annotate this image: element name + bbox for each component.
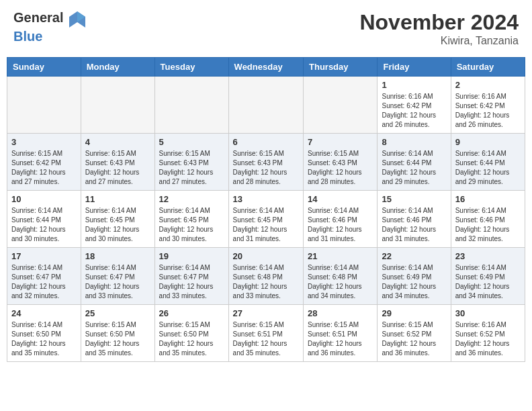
- calendar-day: 2Sunrise: 6:16 AM Sunset: 6:42 PM Daylig…: [451, 77, 525, 134]
- logo-general: General: [13, 10, 63, 25]
- calendar-day: 20Sunrise: 6:14 AM Sunset: 6:48 PM Dayli…: [228, 248, 303, 305]
- day-info: Sunrise: 6:14 AM Sunset: 6:46 PM Dayligh…: [308, 206, 373, 244]
- calendar-day: 26Sunrise: 6:15 AM Sunset: 6:50 PM Dayli…: [154, 305, 228, 362]
- logo-text: General Blue: [13, 10, 88, 44]
- day-info: Sunrise: 6:14 AM Sunset: 6:44 PM Dayligh…: [382, 149, 446, 187]
- calendar-day: 19Sunrise: 6:14 AM Sunset: 6:47 PM Dayli…: [154, 248, 228, 305]
- calendar-table: Sunday Monday Tuesday Wednesday Thursday…: [7, 57, 525, 362]
- day-info: Sunrise: 6:14 AM Sunset: 6:45 PM Dayligh…: [159, 206, 224, 244]
- day-number: 11: [85, 194, 150, 204]
- calendar-day: 16Sunrise: 6:14 AM Sunset: 6:46 PM Dayli…: [451, 191, 525, 248]
- calendar-day: 11Sunrise: 6:14 AM Sunset: 6:45 PM Dayli…: [81, 191, 154, 248]
- day-info: Sunrise: 6:15 AM Sunset: 6:43 PM Dayligh…: [85, 149, 150, 187]
- calendar-day: 6Sunrise: 6:15 AM Sunset: 6:43 PM Daylig…: [228, 134, 303, 191]
- day-number: 20: [233, 251, 299, 261]
- calendar-day: 24Sunrise: 6:14 AM Sunset: 6:50 PM Dayli…: [7, 305, 81, 362]
- calendar-day: 9Sunrise: 6:14 AM Sunset: 6:44 PM Daylig…: [451, 134, 525, 191]
- calendar-day: 28Sunrise: 6:15 AM Sunset: 6:51 PM Dayli…: [304, 305, 378, 362]
- calendar-day: 17Sunrise: 6:14 AM Sunset: 6:47 PM Dayli…: [7, 248, 81, 305]
- calendar-day: [154, 77, 228, 134]
- day-info: Sunrise: 6:15 AM Sunset: 6:52 PM Dayligh…: [382, 320, 446, 358]
- calendar-day: 25Sunrise: 6:15 AM Sunset: 6:50 PM Dayli…: [81, 305, 154, 362]
- calendar-week-4: 17Sunrise: 6:14 AM Sunset: 6:47 PM Dayli…: [7, 248, 525, 305]
- day-number: 19: [159, 251, 224, 261]
- day-info: Sunrise: 6:14 AM Sunset: 6:47 PM Dayligh…: [11, 263, 77, 301]
- calendar-day: 7Sunrise: 6:15 AM Sunset: 6:43 PM Daylig…: [304, 134, 378, 191]
- day-info: Sunrise: 6:14 AM Sunset: 6:49 PM Dayligh…: [382, 263, 446, 301]
- calendar-day: 12Sunrise: 6:14 AM Sunset: 6:45 PM Dayli…: [154, 191, 228, 248]
- col-saturday: Saturday: [451, 58, 525, 77]
- day-number: 17: [11, 251, 77, 261]
- day-info: Sunrise: 6:14 AM Sunset: 6:45 PM Dayligh…: [233, 206, 299, 244]
- calendar-day: 8Sunrise: 6:14 AM Sunset: 6:44 PM Daylig…: [378, 134, 451, 191]
- calendar-day: 1Sunrise: 6:16 AM Sunset: 6:42 PM Daylig…: [378, 77, 451, 134]
- day-number: 9: [455, 137, 521, 147]
- day-info: Sunrise: 6:16 AM Sunset: 6:42 PM Dayligh…: [382, 92, 446, 130]
- day-number: 13: [233, 194, 299, 204]
- day-info: Sunrise: 6:14 AM Sunset: 6:47 PM Dayligh…: [159, 263, 224, 301]
- calendar-day: 22Sunrise: 6:14 AM Sunset: 6:49 PM Dayli…: [378, 248, 451, 305]
- day-info: Sunrise: 6:14 AM Sunset: 6:46 PM Dayligh…: [455, 206, 521, 244]
- day-info: Sunrise: 6:15 AM Sunset: 6:50 PM Dayligh…: [159, 320, 224, 358]
- calendar-day: [304, 77, 378, 134]
- col-wednesday: Wednesday: [228, 58, 303, 77]
- calendar-day: 30Sunrise: 6:16 AM Sunset: 6:52 PM Dayli…: [451, 305, 525, 362]
- day-number: 23: [455, 251, 521, 261]
- day-info: Sunrise: 6:15 AM Sunset: 6:43 PM Dayligh…: [308, 149, 373, 187]
- calendar-day: 3Sunrise: 6:15 AM Sunset: 6:42 PM Daylig…: [7, 134, 81, 191]
- day-info: Sunrise: 6:16 AM Sunset: 6:52 PM Dayligh…: [455, 320, 521, 358]
- page-header: General Blue November 2024 Kiwira, Tanza…: [7, 7, 525, 50]
- col-tuesday: Tuesday: [154, 58, 228, 77]
- day-number: 10: [11, 194, 77, 204]
- day-info: Sunrise: 6:14 AM Sunset: 6:44 PM Dayligh…: [455, 149, 521, 187]
- day-info: Sunrise: 6:14 AM Sunset: 6:48 PM Dayligh…: [233, 263, 299, 301]
- day-number: 18: [85, 251, 150, 261]
- col-monday: Monday: [81, 58, 154, 77]
- day-number: 14: [308, 194, 373, 204]
- calendar-week-5: 24Sunrise: 6:14 AM Sunset: 6:50 PM Dayli…: [7, 305, 525, 362]
- day-number: 8: [382, 137, 446, 147]
- logo-icon: [68, 10, 87, 29]
- logo: General Blue: [13, 10, 88, 44]
- calendar-day: 27Sunrise: 6:15 AM Sunset: 6:51 PM Dayli…: [228, 305, 303, 362]
- day-number: 29: [382, 308, 446, 318]
- day-info: Sunrise: 6:15 AM Sunset: 6:42 PM Dayligh…: [11, 149, 77, 187]
- day-info: Sunrise: 6:14 AM Sunset: 6:48 PM Dayligh…: [308, 263, 373, 301]
- day-info: Sunrise: 6:15 AM Sunset: 6:51 PM Dayligh…: [308, 320, 373, 358]
- day-info: Sunrise: 6:15 AM Sunset: 6:43 PM Dayligh…: [233, 149, 299, 187]
- calendar-day: 4Sunrise: 6:15 AM Sunset: 6:43 PM Daylig…: [81, 134, 154, 191]
- day-number: 25: [85, 308, 150, 318]
- calendar-day: 21Sunrise: 6:14 AM Sunset: 6:48 PM Dayli…: [304, 248, 378, 305]
- day-number: 28: [308, 308, 373, 318]
- day-info: Sunrise: 6:14 AM Sunset: 6:49 PM Dayligh…: [455, 263, 521, 301]
- calendar-day: 5Sunrise: 6:15 AM Sunset: 6:43 PM Daylig…: [154, 134, 228, 191]
- day-info: Sunrise: 6:15 AM Sunset: 6:50 PM Dayligh…: [85, 320, 150, 358]
- calendar-day: 14Sunrise: 6:14 AM Sunset: 6:46 PM Dayli…: [304, 191, 378, 248]
- calendar-day: 18Sunrise: 6:14 AM Sunset: 6:47 PM Dayli…: [81, 248, 154, 305]
- day-info: Sunrise: 6:14 AM Sunset: 6:50 PM Dayligh…: [11, 320, 77, 358]
- month-title: November 2024: [359, 10, 519, 35]
- col-friday: Friday: [378, 58, 451, 77]
- day-number: 5: [159, 137, 224, 147]
- calendar-week-1: 1Sunrise: 6:16 AM Sunset: 6:42 PM Daylig…: [7, 77, 525, 134]
- calendar-week-3: 10Sunrise: 6:14 AM Sunset: 6:44 PM Dayli…: [7, 191, 525, 248]
- calendar-day: 10Sunrise: 6:14 AM Sunset: 6:44 PM Dayli…: [7, 191, 81, 248]
- day-info: Sunrise: 6:14 AM Sunset: 6:46 PM Dayligh…: [382, 206, 446, 244]
- day-number: 30: [455, 308, 521, 318]
- day-info: Sunrise: 6:14 AM Sunset: 6:45 PM Dayligh…: [85, 206, 150, 244]
- calendar-day: 15Sunrise: 6:14 AM Sunset: 6:46 PM Dayli…: [378, 191, 451, 248]
- day-number: 2: [455, 80, 521, 90]
- day-number: 12: [159, 194, 224, 204]
- col-sunday: Sunday: [7, 58, 81, 77]
- day-info: Sunrise: 6:16 AM Sunset: 6:42 PM Dayligh…: [455, 92, 521, 130]
- calendar-week-2: 3Sunrise: 6:15 AM Sunset: 6:42 PM Daylig…: [7, 134, 525, 191]
- location: Kiwira, Tanzania: [359, 35, 519, 47]
- day-number: 15: [382, 194, 446, 204]
- day-info: Sunrise: 6:15 AM Sunset: 6:51 PM Dayligh…: [233, 320, 299, 358]
- day-number: 21: [308, 251, 373, 261]
- day-number: 16: [455, 194, 521, 204]
- day-number: 6: [233, 137, 299, 147]
- day-number: 7: [308, 137, 373, 147]
- calendar-day: 29Sunrise: 6:15 AM Sunset: 6:52 PM Dayli…: [378, 305, 451, 362]
- day-info: Sunrise: 6:15 AM Sunset: 6:43 PM Dayligh…: [159, 149, 224, 187]
